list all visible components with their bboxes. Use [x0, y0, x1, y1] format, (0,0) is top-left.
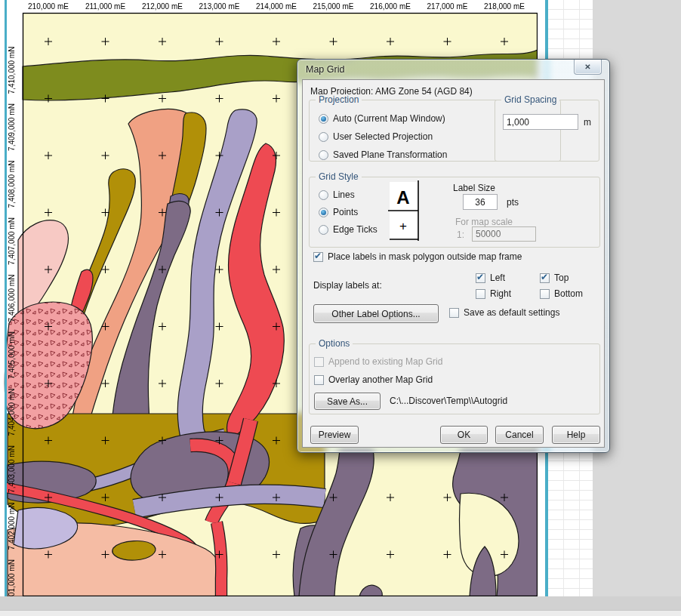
- label-size-caption: Label Size: [453, 183, 495, 193]
- append-label: Append to existing Map Grid: [328, 356, 442, 367]
- application-screen: 210,000 mE211,000 mE212,000 mE213,000 mE…: [0, 0, 681, 616]
- mask-checkbox-label: Place labels in mask polygon outside map…: [328, 251, 522, 262]
- overlay-checkbox[interactable]: [314, 375, 324, 385]
- save-as-path: C:\...Discover\Temp\\Autogrid: [390, 396, 507, 406]
- projection-option-0-radio[interactable]: [319, 114, 328, 124]
- save-as-button[interactable]: Save As...: [314, 393, 381, 410]
- options-group: Options Append to existing Map Grid Over…: [309, 343, 600, 414]
- display-label-left-text: Left: [490, 273, 505, 283]
- grid-label-left: 7,402,000 mN: [8, 503, 16, 550]
- grid-spacing-caption: Grid Spacing: [501, 94, 559, 105]
- grid-label-left: 7,410,000 mN: [8, 47, 16, 94]
- point-sample-glyph: +: [399, 219, 407, 233]
- display-label-top-text: Top: [554, 273, 569, 283]
- grid-label-top: 215,000 mE: [313, 2, 354, 11]
- display-label-bottom-checkbox[interactable]: [540, 289, 550, 299]
- grid-label-left: 7,406,000 mN: [8, 275, 16, 322]
- grid-style-option-2-label: Edge Ticks: [333, 224, 377, 235]
- ok-button[interactable]: OK: [440, 426, 488, 444]
- display-label-left-checkbox[interactable]: [476, 273, 485, 283]
- status-strip: [0, 596, 681, 610]
- status-strip-lower: [0, 610, 681, 616]
- dialog-title-bar[interactable]: Map Grid ✕: [297, 60, 609, 79]
- label-size-input[interactable]: 36: [463, 194, 498, 210]
- other-label-options-button[interactable]: Other Label Options...: [313, 304, 439, 323]
- grid-style-option-2-radio[interactable]: [319, 225, 328, 235]
- overlay-label: Overlay another Map Grid: [328, 374, 433, 385]
- projection-option-2-label: Saved Plane Transformation: [333, 149, 447, 160]
- grid-label-top: 210,000 mE: [28, 2, 69, 11]
- append-row: Append to existing Map Grid: [314, 356, 442, 367]
- label-sample-letter: A: [396, 187, 409, 208]
- grid-style-option-1-label: Points: [333, 207, 358, 217]
- grid-label-left: 7,408,000 mN: [8, 161, 16, 208]
- grid-label-top: 211,000 mE: [85, 2, 126, 11]
- grid-label-left: 7,401,000 mN: [8, 559, 16, 596]
- grid-spacing-unit: m: [584, 117, 591, 128]
- append-checkbox: [314, 357, 324, 367]
- display-label-right-text: Right: [490, 288, 511, 299]
- window-edge-line-left: [5, 0, 7, 596]
- grid-style-option-2[interactable]: Edge Ticks: [319, 224, 377, 235]
- grid-spacing-input[interactable]: 1,000: [503, 114, 578, 130]
- mustard-blob-small: [112, 541, 156, 561]
- grid-spacing-group: Grid Spacing 1,000 m: [495, 100, 599, 162]
- projection-option-0[interactable]: Auto (Current Map Window): [319, 113, 445, 124]
- map-scale-input: 50000: [472, 226, 536, 242]
- save-default-checkbox[interactable]: [449, 308, 459, 318]
- grid-label-left: 7,405,000 mN: [8, 331, 16, 379]
- projection-option-1-label: User Selected Projection: [333, 131, 433, 142]
- grid-label-top: 216,000 mE: [370, 2, 411, 11]
- help-button[interactable]: Help: [552, 426, 600, 444]
- red-vertical-band: [217, 522, 221, 596]
- display-label-top[interactable]: Top: [540, 273, 569, 283]
- grid-label-top: 213,000 mE: [199, 2, 240, 11]
- grid-style-preview: A +: [388, 180, 424, 244]
- grid-label-top: 217,000 mE: [427, 2, 468, 11]
- map-scale-prefix: 1:: [457, 229, 464, 240]
- grid-label-left: 7,404,000 mN: [8, 389, 16, 436]
- save-default-row[interactable]: Save as default settings: [449, 307, 559, 318]
- options-group-caption: Options: [316, 338, 353, 349]
- preview-button[interactable]: Preview: [310, 426, 359, 444]
- close-icon: ✕: [584, 63, 590, 71]
- projection-option-2[interactable]: Saved Plane Transformation: [319, 149, 447, 160]
- grid-label-left: 7,409,000 mN: [8, 103, 16, 151]
- display-label-right[interactable]: Right: [476, 288, 511, 299]
- projection-group-caption: Projection: [316, 94, 362, 105]
- grid-style-option-0[interactable]: Lines: [319, 189, 355, 200]
- projection-option-0-label: Auto (Current Map Window): [333, 113, 445, 124]
- display-labels-caption: Display labels at:: [313, 280, 382, 291]
- cancel-button[interactable]: Cancel: [495, 426, 544, 444]
- grid-style-caption: Grid Style: [316, 171, 362, 182]
- label-size-unit: pts: [507, 197, 519, 208]
- close-button[interactable]: ✕: [574, 60, 602, 75]
- grid-label-left: 7,403,000 mN: [8, 445, 16, 493]
- grid-label-top: 218,000 mE: [484, 2, 525, 11]
- save-default-label: Save as default settings: [464, 307, 559, 318]
- grid-style-group: Grid Style LinesPointsEdge Ticks A + Lab…: [309, 177, 600, 248]
- overlay-row[interactable]: Overlay another Map Grid: [314, 374, 433, 385]
- display-label-left[interactable]: Left: [476, 273, 505, 283]
- grid-style-option-1-radio[interactable]: [319, 208, 328, 217]
- grid-label-top: 212,000 mE: [142, 2, 183, 11]
- projection-option-1-radio[interactable]: [319, 132, 328, 142]
- dialog-body: Map Projection: AMG Zone 54 (AGD 84) Pro…: [302, 79, 605, 448]
- mask-checkbox[interactable]: [313, 252, 323, 262]
- grid-style-option-1[interactable]: Points: [319, 207, 358, 217]
- display-label-bottom[interactable]: Bottom: [540, 288, 583, 299]
- projection-option-1[interactable]: User Selected Projection: [319, 131, 433, 142]
- grid-style-option-0-radio[interactable]: [319, 190, 328, 200]
- projection-option-2-radio[interactable]: [319, 150, 328, 160]
- display-label-bottom-text: Bottom: [554, 288, 583, 299]
- mask-checkbox-row[interactable]: Place labels in mask polygon outside map…: [313, 251, 522, 262]
- grid-label-left: 7,407,000 mN: [8, 217, 16, 265]
- grid-label-top: 214,000 mE: [256, 2, 297, 11]
- map-grid-dialog: Map Grid ✕ Map Projection: AMG Zone 54 (…: [297, 59, 610, 453]
- map-scale-caption: For map scale: [455, 217, 513, 227]
- display-label-right-checkbox[interactable]: [476, 289, 485, 299]
- display-label-top-checkbox[interactable]: [540, 273, 550, 283]
- grid-style-option-0-label: Lines: [333, 189, 355, 200]
- dialog-title: Map Grid: [306, 64, 344, 75]
